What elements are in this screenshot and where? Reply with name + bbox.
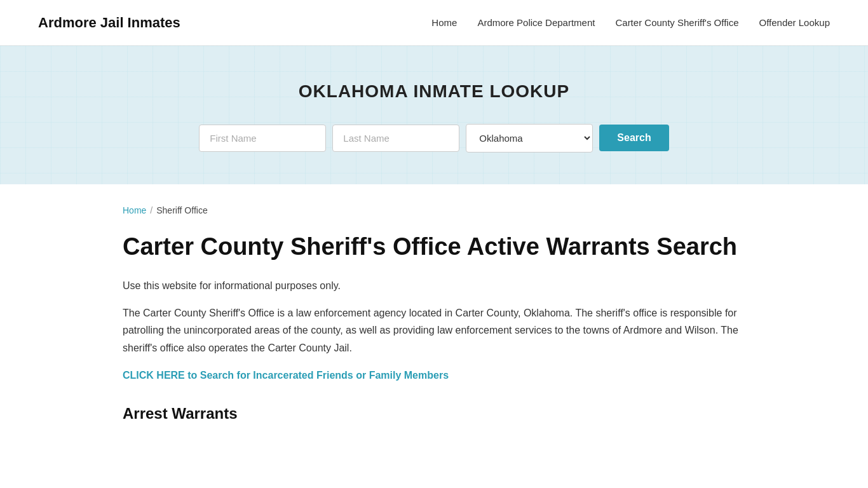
site-header: Ardmore Jail Inmates Home Ardmore Police… bbox=[0, 0, 868, 46]
breadcrumb-separator: / bbox=[150, 203, 153, 217]
breadcrumb-home[interactable]: Home bbox=[123, 203, 146, 217]
state-select[interactable]: Oklahoma bbox=[466, 124, 593, 152]
nav-sheriff-office[interactable]: Carter County Sheriff's Office bbox=[615, 15, 738, 30]
cta-link[interactable]: CLICK HERE to Search for Incarcerated Fr… bbox=[123, 370, 449, 381]
nav-offender-lookup[interactable]: Offender Lookup bbox=[759, 15, 830, 30]
intro-text: Use this website for informational purpo… bbox=[123, 277, 745, 294]
page-title: Carter County Sheriff's Office Active Wa… bbox=[123, 233, 745, 262]
breadcrumb: Home / Sheriff Office bbox=[123, 203, 745, 217]
hero-title: OKLAHOMA INMATE LOOKUP bbox=[13, 78, 855, 106]
description-text: The Carter County Sheriff's Office is a … bbox=[123, 304, 745, 356]
breadcrumb-current: Sheriff Office bbox=[156, 203, 207, 217]
hero-banner: OKLAHOMA INMATE LOOKUP Oklahoma Search bbox=[0, 46, 868, 184]
first-name-input[interactable] bbox=[199, 125, 326, 152]
main-content: Home / Sheriff Office Carter County Sher… bbox=[85, 184, 783, 468]
inmate-search-form: Oklahoma Search bbox=[13, 124, 855, 152]
search-button[interactable]: Search bbox=[599, 125, 668, 151]
cta-paragraph: CLICK HERE to Search for Incarcerated Fr… bbox=[123, 367, 745, 384]
arrest-warrants-heading: Arrest Warrants bbox=[123, 402, 745, 426]
nav-home[interactable]: Home bbox=[431, 15, 457, 30]
last-name-input[interactable] bbox=[332, 125, 459, 152]
main-nav: Home Ardmore Police Department Carter Co… bbox=[431, 15, 830, 30]
nav-police-dept[interactable]: Ardmore Police Department bbox=[477, 15, 595, 30]
site-logo[interactable]: Ardmore Jail Inmates bbox=[38, 11, 180, 34]
